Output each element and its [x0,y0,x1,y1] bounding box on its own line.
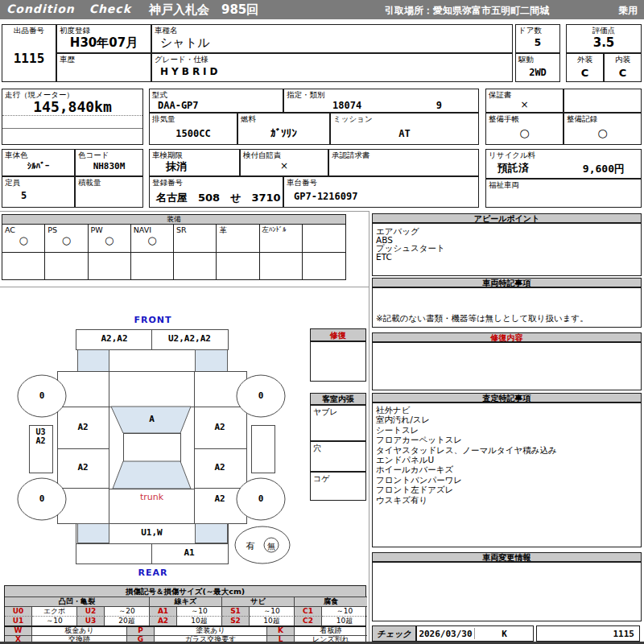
equipment-cell [174,252,217,280]
repair-mark-body [310,341,366,382]
assessment-item: フロントバンパーワレ [373,475,641,485]
interior-grade-cell: 内装 C [604,53,642,82]
equipment-value: ○ [45,234,87,246]
title-bar: Condition Check 神戸入札会 985回 引取場所：愛知県弥富市五明… [0,0,644,19]
model-name-cell: 車種名 シャトル [151,24,513,53]
grade-cell: グレード・仕様 HYBRID [151,53,513,82]
equipment-cell: SR [174,225,217,252]
assessment-notes-title: 査定特記事項 [372,393,642,402]
left-sill-code-1: U3 [30,427,52,436]
check-label: チェック [373,629,415,640]
divider [0,287,369,287]
legend-code: K [267,627,295,635]
legend-cell: ～10 [177,606,222,616]
left-sill-code-2: A2 [30,436,52,445]
assessment-item: フロント左ドアズレ [373,485,641,494]
assessment-item: フロアカーペットスレ [373,435,641,444]
equipment-cell: AC○ [2,225,45,252]
front-bumper-left-code: A2,A2 [77,333,151,344]
recycle-fee-label: リサイクル料 [489,151,535,161]
drive-label: 駆動 [518,55,534,65]
maintenance-book-cell: 整備手帳 ○ [485,113,564,145]
interior-trim-row-tear: ヤブレ [310,405,366,441]
legend-code: S1 [222,606,250,616]
assessment-item: ウスキズ有り [373,495,641,505]
equipment-cell [260,252,303,280]
repair-mark-title: 修復 [310,328,366,341]
maintenance-record-label: 整備記録 [567,114,597,125]
model-code-value: DAA-GP7 [158,100,199,111]
color-code-cell: 色コード NH830M [75,149,143,176]
legend-category: 凸凹・亀裂 [5,597,150,606]
legend-category: 腐食 [295,597,367,606]
maintenance-record-cell: 整備記録 ○ [564,113,642,145]
change-info-body [372,562,642,621]
legend-cell: 10超 [250,616,295,625]
check-inspector: K [474,629,534,639]
approval-label: 承認請求書 [332,151,370,161]
transmission-value: AT [331,128,478,139]
rear-bumper-right-code: A1 [153,547,225,558]
appeal-points-body: エアバッグ ABS プッシュスタート ETC [372,223,642,276]
divider [2,115,142,116]
recycle-fee-cell: リサイクル料 預託済 9,600円 [485,149,642,179]
equipment-cell [45,252,88,280]
assessment-item: シートスレ [373,425,641,435]
trunk-label: trunk [121,492,183,502]
class-number-value: 9 [436,100,442,111]
legend-cell: 板金あり [32,627,127,635]
legend-cell: ～10 [322,606,367,616]
divider [0,211,369,212]
capacity-value: 5 [2,190,45,201]
equipment-value: ○ [89,234,130,246]
check-lot-number-cell: 1115 [536,625,640,642]
appeal-item: ETC [373,253,641,262]
exterior-grade-cell: 外装 C [566,53,604,82]
appeal-item: プッシュスタート [373,244,641,253]
equipment-cell [131,252,174,280]
equipment-table: 装備 AC○ PS○ PW○ NAVI○ SR 革 左ﾊﾝﾄﾞﾙ [2,214,346,280]
chassis-number-cell: 車台番号 GP7-1216097 [283,176,479,208]
maintenance-record-value: ○ [564,126,641,139]
transmission-cell: ミッション AT [330,113,479,145]
maintenance-book-label: 整備手帳 [489,114,519,125]
legend-title: 損傷記号＆損傷サイズ(～最大cm) [5,586,365,597]
right-quarter-panel-code: A2 [200,493,240,504]
type-number-value: 18074 [332,100,361,111]
assessment-item: 室内汚れ/スレ [373,415,641,424]
windshield-code: A [129,414,175,424]
history-label2: 車歴 [60,55,75,65]
equipment-cell: NAVI○ [131,225,174,252]
grade-label: グレード・仕様 [155,55,208,65]
tire-rear-left-code: 0 [30,493,54,504]
equipment-cell: 左ﾊﾝﾄﾞﾙ [260,225,303,252]
assessment-item: エンドパネルU [373,455,641,464]
body-color-label: 車体色 [5,151,28,161]
presence-yes-label: 有 [242,540,258,552]
interior-trim-row-burn: コゲ [310,472,366,501]
damage-legend-table: 損傷記号＆損傷サイズ(～最大cm) 凸凹・亀裂 線キズ サビ 腐食 U0 エクボ… [4,585,366,626]
insurance-value: × [241,160,328,171]
type-class-cell: 指定・類別 18074 9 [283,89,479,113]
first-registration-cell: 初度登録 H30年07月 [56,24,151,53]
welfare-vehicle-cell: 福祉車両 [485,179,642,208]
interior-trim-label: 穴 [313,443,321,454]
capacity-cell: 定員 5 [2,176,75,208]
equipment-title: 装備 [2,215,345,225]
welfare-vehicle-label: 福祉車両 [489,180,519,191]
legend-cell: 塗装あり [155,627,267,635]
chassis-number-label: 車台番号 [287,178,317,188]
right-front-panel-code: A2 [200,422,240,432]
legend-code: U0 [5,606,32,616]
payload-label: 積載量 [78,178,101,188]
check-date: 2026/03/30 [417,629,474,639]
doors-label: ドア数 [518,26,542,36]
lot-number-cell: 出品番号 1115 [2,24,56,82]
displacement-label: 排気量 [152,114,175,125]
capacity-label: 定員 [5,178,20,188]
change-info-title: 車両変更情報 [372,552,642,562]
left-front-panel-code: A2 [63,422,103,432]
vehicle-category: 乗用 [618,4,638,18]
recycle-fee-value: 9,600円 [583,162,625,176]
auction-title: 神戸入札会 985回 [149,2,258,18]
